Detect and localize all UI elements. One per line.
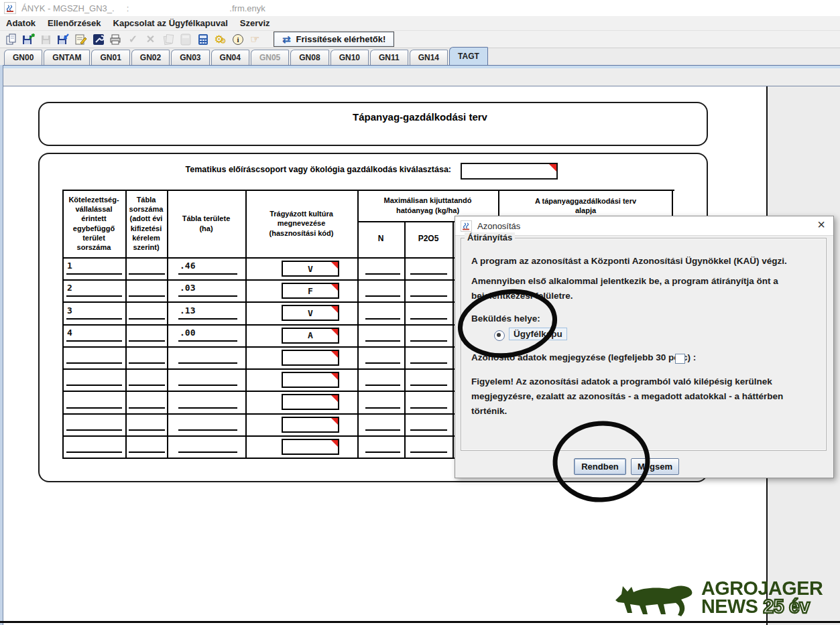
col-header-p2o5: P2O5 xyxy=(406,222,451,256)
col-header-culture: Trágyázott kultúra megnevezése (hasznosí… xyxy=(247,191,356,256)
col-header-parcel-seq: Kötelezettség- vállalással érintett egyb… xyxy=(64,191,124,256)
remember-checkbox[interactable] xyxy=(675,354,685,364)
field-underline[interactable] xyxy=(129,452,165,453)
field-underline[interactable] xyxy=(178,340,237,342)
cell-culture-code: V xyxy=(308,308,313,318)
redirect-group-title: Átirányítás xyxy=(465,232,515,242)
send-location-label: Beküldés helye: xyxy=(471,311,540,326)
ok-button[interactable]: Rendben xyxy=(574,458,626,475)
cell-culture-code-box[interactable] xyxy=(282,372,339,388)
cell-parcel-seq[interactable]: 3 xyxy=(67,305,72,316)
required-corner-mark xyxy=(331,440,338,447)
field-underline[interactable] xyxy=(410,295,447,297)
cell-table-area[interactable]: .13 xyxy=(180,305,195,316)
field-underline[interactable] xyxy=(66,318,122,320)
dialog-line2: Amennyiben első alkalommal jelentkezik b… xyxy=(471,274,812,303)
field-underline[interactable] xyxy=(178,407,237,409)
cell-parcel-seq[interactable]: 2 xyxy=(67,283,72,293)
cell-culture-code-box[interactable]: F xyxy=(282,283,339,299)
redirect-groupbox xyxy=(461,238,827,451)
field-underline[interactable] xyxy=(410,273,447,275)
cell-culture-code-box[interactable]: V xyxy=(282,305,339,321)
field-underline[interactable] xyxy=(66,407,122,409)
field-underline[interactable] xyxy=(66,429,122,431)
field-underline[interactable] xyxy=(129,318,165,320)
field-underline[interactable] xyxy=(178,429,237,431)
required-corner-mark xyxy=(331,351,338,358)
cell-parcel-seq[interactable]: 4 xyxy=(67,328,72,338)
dialog-java-icon xyxy=(461,220,472,232)
field-underline[interactable] xyxy=(178,362,237,364)
field-underline[interactable] xyxy=(66,362,122,364)
field-underline[interactable] xyxy=(365,295,400,297)
cell-table-area[interactable]: .46 xyxy=(180,261,195,271)
field-underline[interactable] xyxy=(129,429,165,431)
watermark-line1: AGROJAGER xyxy=(701,579,823,597)
cell-culture-code-box[interactable] xyxy=(282,394,339,410)
agrojager-watermark: AGROJAGER NEWS 25 év xyxy=(611,579,840,622)
field-underline[interactable] xyxy=(178,318,237,320)
cell-table-area[interactable]: .00 xyxy=(180,328,195,338)
cancel-button[interactable]: Mégsem xyxy=(631,458,679,475)
field-underline[interactable] xyxy=(66,273,122,275)
required-corner-mark xyxy=(331,284,338,291)
field-underline[interactable] xyxy=(66,385,122,386)
cell-parcel-seq[interactable]: 1 xyxy=(67,261,72,271)
tab-tagt[interactable]: TAGT xyxy=(449,47,488,65)
field-underline[interactable] xyxy=(410,429,447,431)
field-underline[interactable] xyxy=(410,318,447,320)
wolf-icon xyxy=(611,579,697,620)
col-header-n: N xyxy=(359,222,403,256)
ugyfelkapu-radio[interactable] xyxy=(494,330,505,341)
cell-table-area[interactable]: .03 xyxy=(180,283,195,293)
cell-culture-code: F xyxy=(308,286,313,296)
field-underline[interactable] xyxy=(410,362,447,364)
remember-label: Azonosito adatok megjegyzése (legfeljebb… xyxy=(471,350,696,365)
field-underline[interactable] xyxy=(365,273,400,275)
field-underline[interactable] xyxy=(410,385,447,386)
dialog-line1: A program az azonosítást a Központi Azon… xyxy=(471,254,817,269)
field-underline[interactable] xyxy=(365,452,400,453)
watermark-line3: 25 év xyxy=(763,597,810,615)
cell-culture-code-box[interactable] xyxy=(282,417,339,433)
close-icon[interactable]: × xyxy=(817,217,825,232)
required-corner-mark xyxy=(331,418,338,425)
field-underline[interactable] xyxy=(129,340,165,342)
col-header-table-number: Tábla sorszáma (adott évi kifizetési kér… xyxy=(127,191,166,256)
cell-culture-code-box[interactable]: A xyxy=(282,328,339,344)
required-corner-mark xyxy=(331,262,338,269)
field-underline[interactable] xyxy=(178,273,237,275)
cell-culture-code-box[interactable] xyxy=(282,350,339,366)
required-corner-mark xyxy=(331,373,338,380)
anyk-window: ÁNYK - MGSZH_GN3_. : .frm.enyk AdatokEll… xyxy=(0,0,840,625)
field-underline[interactable] xyxy=(410,452,447,453)
field-underline[interactable] xyxy=(365,407,400,409)
field-underline[interactable] xyxy=(129,295,165,297)
field-underline[interactable] xyxy=(178,385,237,386)
field-underline[interactable] xyxy=(129,407,165,409)
field-underline[interactable] xyxy=(365,429,400,431)
field-underline[interactable] xyxy=(365,318,400,320)
field-underline[interactable] xyxy=(178,295,237,297)
field-underline[interactable] xyxy=(66,452,122,453)
required-corner-mark xyxy=(331,306,338,313)
field-underline[interactable] xyxy=(66,340,122,342)
field-underline[interactable] xyxy=(365,362,400,364)
field-underline[interactable] xyxy=(129,385,165,386)
field-underline[interactable] xyxy=(410,407,447,409)
cell-culture-code-box[interactable] xyxy=(282,439,339,455)
field-underline[interactable] xyxy=(410,340,447,342)
field-underline[interactable] xyxy=(365,340,400,342)
required-corner-mark xyxy=(331,329,338,336)
cell-culture-code-box[interactable]: V xyxy=(282,261,339,277)
field-underline[interactable] xyxy=(129,362,165,364)
identification-dialog: Azonosítás × Átirányítás A program az az… xyxy=(455,216,834,478)
ugyfelkapu-radio-label[interactable]: Ügyfélkapu xyxy=(509,328,567,340)
field-underline[interactable] xyxy=(365,385,400,386)
field-underline[interactable] xyxy=(66,295,122,297)
field-underline[interactable] xyxy=(178,452,237,453)
cell-culture-code: V xyxy=(308,264,313,274)
watermark-line2: NEWS xyxy=(701,597,758,615)
field-underline[interactable] xyxy=(129,273,165,275)
cell-culture-code: A xyxy=(308,330,313,340)
